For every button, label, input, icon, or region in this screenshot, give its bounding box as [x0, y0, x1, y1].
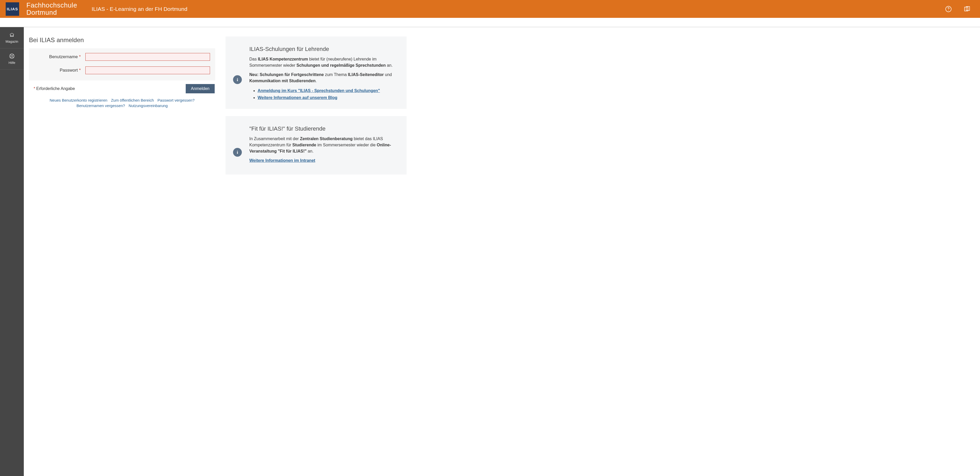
- main-content: Bei ILIAS anmelden Benutzername * Passwo…: [24, 27, 980, 476]
- svg-line-12: [13, 54, 14, 56]
- username-input[interactable]: [85, 53, 210, 61]
- required-note: *Erforderliche Angabe: [33, 86, 75, 91]
- info-paragraph: Neu: Schulungen für Fortgeschrittene zum…: [249, 71, 400, 84]
- layout-icon[interactable]: [961, 3, 973, 15]
- brand-line1: Fachhochschule: [26, 2, 77, 9]
- password-label: Passwort *: [34, 68, 81, 73]
- sidebar-item-label: Magazin: [5, 40, 18, 43]
- username-label: Benutzername *: [34, 54, 81, 59]
- forgot-username-link[interactable]: Benutzernamen vergessen?: [76, 103, 125, 108]
- svg-point-14: [237, 78, 238, 79]
- svg-rect-17: [237, 152, 238, 154]
- svg-point-9: [11, 55, 13, 57]
- forgot-password-link[interactable]: Passwort vergessen?: [158, 98, 194, 102]
- info-icon: [233, 148, 242, 157]
- terms-link[interactable]: Nutzungsvereinbarung: [129, 103, 168, 108]
- register-link[interactable]: Neues Benutzerkonto registrieren: [50, 98, 107, 102]
- page-title: ILIAS - E-Learning an der FH Dortmund: [92, 6, 187, 12]
- help-icon[interactable]: [943, 3, 954, 15]
- login-panel: Bei ILIAS anmelden Benutzername * Passwo…: [29, 36, 215, 108]
- login-heading: Bei ILIAS anmelden: [29, 36, 215, 44]
- info-panel-teachers: ILIAS-Schulungen für Lehrende Das ILIAS …: [226, 36, 407, 109]
- info-paragraph: Das ILIAS Kompetenzzentrum bietet für (n…: [249, 56, 400, 68]
- sidebar-item-magazin[interactable]: Magazin: [0, 27, 24, 48]
- info-title: ILIAS-Schulungen für Lehrende: [249, 46, 400, 52]
- sidebar-item-label: Hilfe: [8, 61, 15, 65]
- blog-link[interactable]: Weitere Informationen auf unserem Blog: [258, 95, 337, 100]
- logo-box[interactable]: ILIAS: [6, 2, 19, 16]
- svg-rect-15: [237, 79, 238, 81]
- svg-line-13: [10, 57, 11, 58]
- top-gap: [0, 18, 980, 27]
- sidebar-item-hilfe[interactable]: Hilfe: [0, 48, 24, 70]
- lifebuoy-icon: [9, 53, 15, 59]
- svg-point-16: [237, 151, 238, 152]
- svg-line-11: [13, 57, 14, 58]
- brand-text: Fachhochschule Dortmund: [26, 2, 77, 16]
- password-input[interactable]: [85, 67, 210, 74]
- info-paragraph: Weitere Informationen im Intranet: [249, 157, 400, 163]
- required-marker: *: [79, 68, 81, 73]
- info-title: "Fit für ILIAS!" für Studierende: [249, 125, 400, 132]
- brand-line2: Dortmund: [26, 9, 77, 16]
- course-signup-link[interactable]: Anmeldung im Kurs "ILIAS - Sprechstunden…: [258, 89, 380, 93]
- required-marker: *: [79, 54, 81, 59]
- login-links: Neues Benutzerkonto registrieren Zum öff…: [29, 98, 215, 108]
- login-button[interactable]: Anmelden: [186, 84, 215, 94]
- info-list: Anmeldung im Kurs "ILIAS - Sprechstunden…: [249, 87, 400, 101]
- intranet-link[interactable]: Weitere Informationen im Intranet: [249, 158, 315, 163]
- sidebar: Magazin Hilfe: [0, 27, 24, 476]
- login-form: Benutzername * Passwort *: [29, 48, 215, 81]
- svg-line-10: [10, 54, 11, 56]
- info-paragraph: In Zusammenarbeit mit der Zentralen Stud…: [249, 136, 400, 154]
- header: ILIAS Fachhochschule Dortmund ILIAS - E-…: [0, 0, 980, 18]
- info-column: ILIAS-Schulungen für Lehrende Das ILIAS …: [226, 36, 407, 175]
- public-area-link[interactable]: Zum öffentlichen Bereich: [111, 98, 154, 102]
- svg-point-1: [948, 10, 949, 11]
- repository-icon: [9, 32, 15, 38]
- info-panel-students: "Fit für ILIAS!" für Studierende In Zusa…: [226, 116, 407, 175]
- info-icon: [233, 75, 242, 84]
